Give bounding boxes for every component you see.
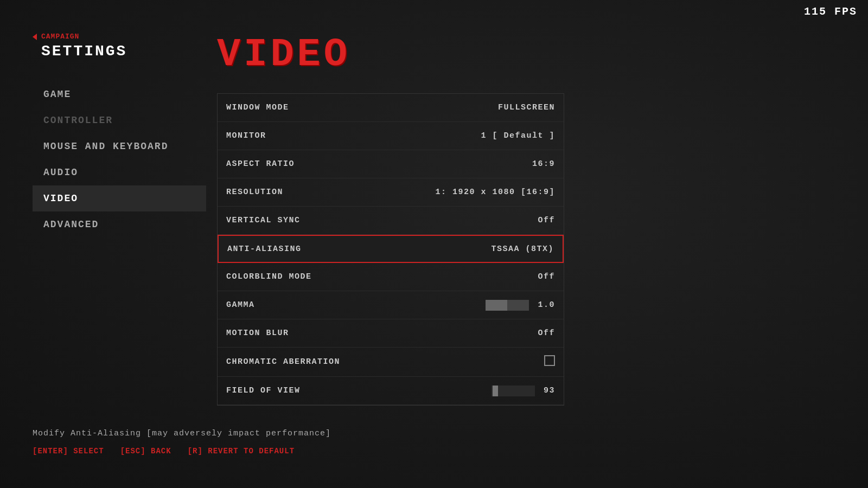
key-hint-esc[interactable]: [ESC] BACK bbox=[120, 447, 171, 455]
main-content: VIDEO WINDOW MODE FULLSCREEN MONITOR 1 [… bbox=[217, 33, 564, 406]
settings-title: SETTINGS bbox=[41, 43, 206, 60]
nav-menu: GAME CONTROLLER MOUSE AND KEYBOARD AUDIO… bbox=[33, 81, 206, 237]
setting-value-window-mode: FULLSCREEN bbox=[498, 103, 555, 112]
setting-value-colorblind-mode: Off bbox=[538, 272, 555, 281]
nav-item-video[interactable]: VIDEO bbox=[33, 185, 206, 211]
setting-label-gamma: GAMMA bbox=[226, 300, 255, 310]
page-title: VIDEO bbox=[217, 33, 564, 77]
setting-row-gamma[interactable]: GAMMA 1.0 bbox=[218, 291, 564, 319]
setting-label-aspect-ratio: ASPECT RATIO bbox=[226, 159, 295, 169]
setting-row-chromatic-aberration[interactable]: CHROMATIC ABERRATION bbox=[218, 348, 564, 377]
nav-item-controller: CONTROLLER bbox=[33, 107, 206, 133]
nav-item-audio[interactable]: AUDIO bbox=[33, 159, 206, 185]
setting-label-colorblind-mode: COLORBLIND MODE bbox=[226, 272, 312, 281]
setting-row-field-of-view[interactable]: FIELD OF VIEW 93 bbox=[218, 377, 564, 405]
setting-value-anti-aliasing: TSSAA (8TX) bbox=[491, 245, 554, 254]
fov-slider-track[interactable] bbox=[492, 386, 535, 396]
setting-value-vertical-sync: Off bbox=[538, 216, 555, 225]
setting-label-chromatic-aberration: CHROMATIC ABERRATION bbox=[226, 357, 340, 367]
gamma-slider-fill bbox=[486, 300, 507, 311]
setting-value-monitor: 1 [ Default ] bbox=[481, 131, 555, 140]
sidebar: CAMPAIGN SETTINGS GAME CONTROLLER MOUSE … bbox=[33, 33, 206, 237]
setting-value-chromatic-aberration bbox=[544, 355, 555, 369]
setting-value-field-of-view: 93 bbox=[492, 386, 555, 396]
campaign-label: CAMPAIGN bbox=[41, 33, 79, 41]
key-hint-revert[interactable]: [R] REVERT TO DEFAULT bbox=[188, 447, 295, 455]
gamma-slider-track[interactable] bbox=[486, 300, 529, 311]
setting-label-monitor: MONITOR bbox=[226, 131, 266, 140]
setting-row-anti-aliasing[interactable]: ANTI-ALIASING TSSAA (8TX) bbox=[218, 235, 564, 263]
setting-label-motion-blur: MOTION BLUR bbox=[226, 329, 289, 338]
setting-value-resolution: 1: 1920 x 1080 [16:9] bbox=[435, 188, 555, 197]
nav-item-advanced[interactable]: ADVANCED bbox=[33, 211, 206, 237]
key-hints: [ENTER] SELECT [ESC] BACK [R] REVERT TO … bbox=[33, 447, 835, 455]
settings-list: WINDOW MODE FULLSCREEN MONITOR 1 [ Defau… bbox=[217, 93, 564, 406]
bottom-area: Modify Anti-Aliasing [may adversely impa… bbox=[33, 429, 835, 455]
nav-item-game[interactable]: GAME bbox=[33, 81, 206, 107]
campaign-back-link[interactable]: CAMPAIGN bbox=[33, 33, 206, 41]
setting-row-monitor[interactable]: MONITOR 1 [ Default ] bbox=[218, 122, 564, 150]
key-hint-enter[interactable]: [ENTER] SELECT bbox=[33, 447, 104, 455]
setting-value-gamma: 1.0 bbox=[486, 300, 555, 311]
setting-row-resolution[interactable]: RESOLUTION 1: 1920 x 1080 [16:9] bbox=[218, 178, 564, 207]
setting-value-aspect-ratio: 16:9 bbox=[532, 159, 555, 169]
breadcrumb: CAMPAIGN SETTINGS bbox=[33, 33, 206, 60]
chromatic-aberration-checkbox[interactable] bbox=[544, 355, 555, 366]
setting-row-aspect-ratio[interactable]: ASPECT RATIO 16:9 bbox=[218, 150, 564, 178]
fov-value-label: 93 bbox=[544, 386, 555, 395]
hint-text: Modify Anti-Aliasing [may adversely impa… bbox=[33, 429, 835, 438]
setting-label-window-mode: WINDOW MODE bbox=[226, 103, 289, 112]
setting-row-vertical-sync[interactable]: VERTICAL SYNC Off bbox=[218, 207, 564, 235]
gamma-value-label: 1.0 bbox=[538, 300, 555, 310]
setting-row-colorblind-mode[interactable]: COLORBLIND MODE Off bbox=[218, 263, 564, 291]
back-chevron-icon bbox=[33, 34, 37, 40]
setting-row-window-mode[interactable]: WINDOW MODE FULLSCREEN bbox=[218, 94, 564, 122]
setting-value-motion-blur: Off bbox=[538, 329, 555, 338]
setting-label-vertical-sync: VERTICAL SYNC bbox=[226, 216, 301, 225]
setting-label-resolution: RESOLUTION bbox=[226, 188, 283, 197]
setting-label-field-of-view: FIELD OF VIEW bbox=[226, 386, 301, 395]
setting-label-anti-aliasing: ANTI-ALIASING bbox=[227, 245, 302, 254]
setting-row-motion-blur[interactable]: MOTION BLUR Off bbox=[218, 319, 564, 348]
fov-slider-handle bbox=[493, 386, 498, 396]
fps-counter: 115 FPS bbox=[804, 5, 857, 18]
nav-item-mouse-and-keyboard[interactable]: MOUSE AND KEYBOARD bbox=[33, 133, 206, 159]
